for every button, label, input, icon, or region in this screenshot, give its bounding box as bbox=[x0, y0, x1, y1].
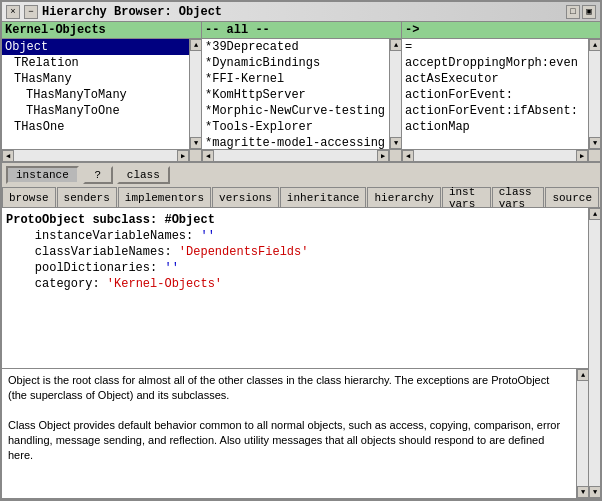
scroll-down-arrow[interactable]: ▼ bbox=[589, 137, 600, 149]
window-title: Hierarchy Browser: Object bbox=[42, 5, 222, 19]
scrollbar-corner bbox=[189, 149, 201, 161]
class-pane-header: Kernel-Objects bbox=[2, 22, 201, 39]
scroll-left-arrow[interactable]: ◀ bbox=[2, 150, 14, 161]
list-item[interactable]: actionMap bbox=[402, 119, 588, 135]
list-item[interactable]: *DynamicBindings bbox=[202, 55, 389, 71]
method-scrollbar-v[interactable]: ▲ ▼ bbox=[588, 39, 600, 149]
scroll-right-arrow[interactable]: ▶ bbox=[377, 150, 389, 161]
scroll-left-arrow[interactable]: ◀ bbox=[202, 150, 214, 161]
tab-inheritance[interactable]: inheritance bbox=[280, 187, 367, 207]
code-area[interactable]: ProtoObject subclass: #Object instanceVa… bbox=[2, 208, 588, 368]
list-item[interactable]: *Tools-Explorer bbox=[202, 119, 389, 135]
title-bar-left: × − Hierarchy Browser: Object bbox=[6, 5, 222, 19]
code-line-5: category: 'Kernel-Objects' bbox=[6, 276, 584, 292]
class-hierarchy-pane: Kernel-Objects Object TRelation THasMany… bbox=[2, 22, 202, 161]
list-item[interactable]: *FFI-Kernel bbox=[202, 71, 389, 87]
description-para-1: Object is the root class for almost all … bbox=[8, 373, 570, 403]
close-button[interactable]: × bbox=[6, 5, 20, 19]
list-item[interactable]: acceptDroppingMorph:even bbox=[402, 55, 588, 71]
list-item[interactable]: *magritte-model-accessing bbox=[202, 135, 389, 149]
scroll-h-track[interactable] bbox=[414, 150, 576, 161]
description-para-2: Class Object provides default behavior c… bbox=[8, 418, 570, 463]
button-row: instance ? class bbox=[2, 162, 600, 186]
scroll-track[interactable] bbox=[589, 51, 600, 137]
list-item[interactable]: actAsExecutor bbox=[402, 71, 588, 87]
tab-source[interactable]: source bbox=[545, 187, 599, 207]
top-section: Kernel-Objects Object TRelation THasMany… bbox=[2, 22, 600, 162]
class-button[interactable]: class bbox=[117, 166, 170, 184]
list-item[interactable]: = bbox=[402, 39, 588, 55]
list-item[interactable]: THasManyToMany bbox=[2, 87, 189, 103]
scroll-h-track[interactable] bbox=[214, 150, 377, 161]
method-list-area: = acceptDroppingMorph:even actAsExecutor… bbox=[402, 39, 600, 161]
class-list-scroll: Object TRelation THasMany THasManyToMany… bbox=[2, 39, 189, 149]
tab-versions[interactable]: versions bbox=[212, 187, 279, 207]
description-area: Object is the root class for almost all … bbox=[2, 369, 576, 498]
method-list-scroll: = acceptDroppingMorph:even actAsExecutor… bbox=[402, 39, 588, 149]
code-scrollbar-v[interactable]: ▲ ▼ bbox=[588, 208, 600, 498]
list-item[interactable]: actionForEvent:ifAbsent: bbox=[402, 103, 588, 119]
category-list-area: *39Deprecated *DynamicBindings *FFI-Kern… bbox=[202, 39, 401, 161]
maximize-button[interactable]: □ bbox=[566, 5, 580, 19]
title-bar: × − Hierarchy Browser: Object □ ▣ bbox=[2, 2, 600, 22]
tab-class-vars[interactable]: class vars bbox=[492, 187, 545, 207]
tab-hierarchy[interactable]: hierarchy bbox=[367, 187, 440, 207]
list-item[interactable]: THasMany bbox=[2, 71, 189, 87]
class-list-scrollbar-h[interactable]: ◀ ▶ bbox=[2, 149, 189, 161]
code-line-4: poolDictionaries: '' bbox=[6, 260, 584, 276]
title-bar-right: □ ▣ bbox=[566, 5, 596, 19]
list-item[interactable]: Object bbox=[2, 39, 189, 55]
scrollbar-corner bbox=[389, 149, 401, 161]
code-line-2: instanceVariableNames: '' bbox=[6, 228, 584, 244]
code-line-3: classVariableNames: 'DependentsFields' bbox=[6, 244, 584, 260]
method-pane: -> = acceptDroppingMorph:even actAsExecu… bbox=[402, 22, 600, 161]
main-window: × − Hierarchy Browser: Object □ ▣ Kernel… bbox=[0, 0, 602, 501]
scroll-down-arrow[interactable]: ▼ bbox=[589, 486, 601, 498]
middle-section: ProtoObject subclass: #Object instanceVa… bbox=[2, 208, 600, 499]
main-content: ProtoObject subclass: #Object instanceVa… bbox=[2, 208, 588, 498]
list-item[interactable]: THasOne bbox=[2, 119, 189, 135]
desc-scrollbar-v[interactable]: ▲ ▼ bbox=[576, 369, 588, 498]
list-item[interactable]: *Morphic-NewCurve-testing bbox=[202, 103, 389, 119]
list-item[interactable]: *39Deprecated bbox=[202, 39, 389, 55]
scroll-up-arrow[interactable]: ▲ bbox=[390, 39, 401, 51]
scroll-right-arrow[interactable]: ▶ bbox=[177, 150, 189, 161]
resize-button[interactable]: ▣ bbox=[582, 5, 596, 19]
tab-senders[interactable]: senders bbox=[57, 187, 117, 207]
scrollbar-corner bbox=[588, 149, 600, 161]
scroll-track[interactable] bbox=[577, 381, 588, 486]
category-list-scroll: *39Deprecated *DynamicBindings *FFI-Kern… bbox=[202, 39, 389, 149]
list-item[interactable]: THasManyToOne bbox=[2, 103, 189, 119]
category-scrollbar-v[interactable]: ▲ ▼ bbox=[389, 39, 401, 149]
scroll-left-arrow[interactable]: ◀ bbox=[402, 150, 414, 161]
code-line-1: ProtoObject subclass: #Object bbox=[6, 212, 584, 228]
scroll-down-arrow[interactable]: ▼ bbox=[390, 137, 401, 149]
scroll-track[interactable] bbox=[390, 51, 401, 137]
list-item[interactable]: actionForEvent: bbox=[402, 87, 588, 103]
category-pane-header: -- all -- bbox=[202, 22, 401, 39]
scroll-track[interactable] bbox=[190, 51, 201, 137]
class-list-scrollbar-v[interactable]: ▲ ▼ bbox=[189, 39, 201, 149]
tab-row: browse senders implementors versions inh… bbox=[2, 186, 600, 208]
tab-browse[interactable]: browse bbox=[2, 187, 56, 207]
class-list-area: Object TRelation THasMany THasManyToMany… bbox=[2, 39, 201, 161]
tab-implementors[interactable]: implementors bbox=[118, 187, 211, 207]
scroll-up-arrow[interactable]: ▲ bbox=[589, 208, 601, 220]
scroll-h-track[interactable] bbox=[14, 150, 177, 161]
instance-button[interactable]: instance bbox=[6, 166, 79, 184]
category-pane: -- all -- *39Deprecated *DynamicBindings… bbox=[202, 22, 402, 161]
bottom-section: Object is the root class for almost all … bbox=[2, 368, 588, 498]
tab-inst-vars[interactable]: inst vars bbox=[442, 187, 491, 207]
scroll-up-arrow[interactable]: ▲ bbox=[589, 39, 600, 51]
method-pane-header: -> bbox=[402, 22, 600, 39]
minimize-button[interactable]: − bbox=[24, 5, 38, 19]
scroll-up-arrow[interactable]: ▲ bbox=[190, 39, 201, 51]
method-scrollbar-h[interactable]: ◀ ▶ bbox=[402, 149, 588, 161]
list-item[interactable]: *KomHttpServer bbox=[202, 87, 389, 103]
list-item[interactable]: TRelation bbox=[2, 55, 189, 71]
scroll-track[interactable] bbox=[589, 220, 600, 486]
question-button[interactable]: ? bbox=[83, 166, 113, 184]
scroll-down-arrow[interactable]: ▼ bbox=[190, 137, 201, 149]
category-scrollbar-h[interactable]: ◀ ▶ bbox=[202, 149, 389, 161]
scroll-right-arrow[interactable]: ▶ bbox=[576, 150, 588, 161]
